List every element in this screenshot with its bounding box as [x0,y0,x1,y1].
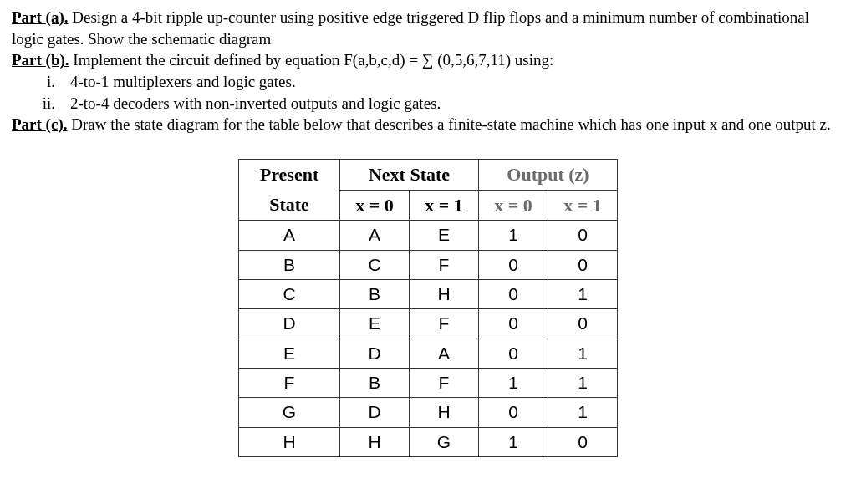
part-b: Part (b). Implement the circuit defined … [12,49,844,71]
table-cell: 0 [479,398,548,427]
part-a: Part (a). Design a 4-bit ripple up-count… [12,7,844,49]
part-b-label: Part (b). [12,51,69,69]
table-body: AAE10BCF00CBH01DEF00EDA01FBF11GDH01HHG10 [239,221,618,457]
hdr-next-x0: x = 0 [340,190,410,221]
part-a-text: Design a 4-bit ripple up-counter using p… [12,8,809,48]
table-row: FBF11 [239,368,618,397]
table-cell: 0 [548,250,618,279]
table-cell: H [410,279,479,308]
table-cell: 1 [479,427,548,456]
table-cell: F [410,309,479,339]
table-cell: 1 [479,368,548,397]
part-b-item-1: i.4-to-1 multiplexers and logic gates. [32,71,844,93]
table-cell: 0 [548,309,618,339]
table-cell: F [410,250,479,279]
table-row: HHG10 [239,427,618,456]
table-cell: D [239,309,340,339]
table-cell: C [239,279,340,308]
hdr-present-top: Present [239,159,340,190]
part-c-text: Draw the state diagram for the table bel… [67,115,830,133]
table-cell: F [410,368,479,397]
hdr-next-x1: x = 1 [410,190,479,221]
part-b-item-1-num: i. [32,71,55,93]
table-cell: E [410,221,479,250]
table-cell: A [340,221,410,250]
table-cell: C [340,250,410,279]
table-cell: 0 [479,309,548,339]
table-cell: B [239,250,340,279]
table-cell: 0 [479,339,548,368]
table-cell: 0 [479,250,548,279]
table-row: AAE10 [239,221,618,250]
part-b-text: Implement the circuit defined by equatio… [69,51,554,69]
table-cell: H [340,427,410,456]
table-cell: B [340,279,410,308]
part-b-item-2-text: 2-to-4 decoders with non-inverted output… [70,94,441,112]
part-a-label: Part (a). [12,8,69,26]
part-c-label: Part (c). [12,115,67,133]
hdr-present-bot: State [239,190,340,221]
table-cell: 0 [479,279,548,308]
table-cell: D [340,339,410,368]
table-row: BCF00 [239,250,618,279]
part-b-item-1-text: 4-to-1 multiplexers and logic gates. [70,73,296,90]
table-cell: H [239,427,340,456]
table-cell: F [239,368,340,397]
table-row: CBH01 [239,279,618,308]
table-row: GDH01 [239,398,618,427]
table-cell: G [239,398,340,427]
table-cell: E [340,309,410,339]
part-b-item-2-num: ii. [32,93,55,115]
table-cell: 1 [548,368,618,397]
table-cell: 0 [548,427,618,456]
table-row: EDA01 [239,339,618,368]
table-cell: G [410,427,479,456]
table-cell: A [239,221,340,250]
table-cell: 1 [548,279,618,308]
table-cell: 1 [548,398,618,427]
hdr-next: Next State [340,159,479,190]
table-cell: H [410,398,479,427]
state-table-container: Present Next State Output (z) State x = … [12,159,844,457]
hdr-out-x1: x = 1 [548,190,618,221]
part-b-items: i.4-to-1 multiplexers and logic gates. i… [12,71,844,114]
part-c: Part (c). Draw the state diagram for the… [12,114,844,135]
table-cell: 0 [548,221,618,250]
table-cell: B [340,368,410,397]
state-table: Present Next State Output (z) State x = … [238,159,618,457]
part-b-item-2: ii.2-to-4 decoders with non-inverted out… [32,93,844,115]
table-cell: D [340,398,410,427]
table-cell: E [239,339,340,368]
hdr-out-x0: x = 0 [479,190,548,221]
hdr-output: Output (z) [479,159,618,190]
table-cell: 1 [479,221,548,250]
table-cell: A [410,339,479,368]
table-row: DEF00 [239,309,618,339]
table-cell: 1 [548,339,618,368]
